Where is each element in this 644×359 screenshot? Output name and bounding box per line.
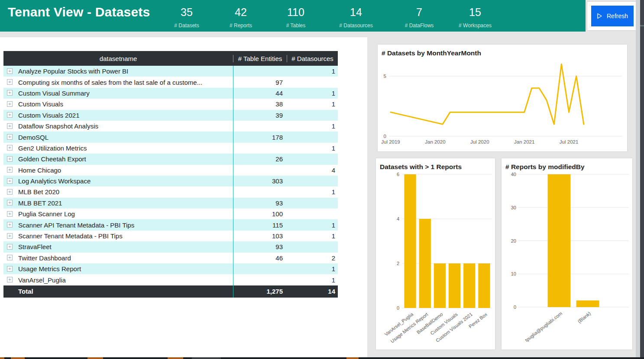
bar-blank[interactable]: [576, 301, 599, 307]
bar-chart-reports-title: # Reports by modifiedBy: [502, 158, 632, 171]
table-row[interactable]: +Puglia Scanner Log100: [3, 208, 338, 219]
dataset-name-cell: +StravaFleet: [3, 243, 233, 250]
expand-icon[interactable]: +: [7, 266, 13, 272]
table-row[interactable]: +MLB Bet 20201: [3, 186, 338, 197]
table-row[interactable]: +MLB BET 202193: [3, 198, 338, 208]
expand-icon[interactable]: +: [7, 156, 13, 162]
expand-icon[interactable]: +: [7, 167, 13, 173]
expand-icon[interactable]: +: [7, 200, 13, 205]
column-header-datasources[interactable]: # Datasources: [287, 55, 338, 62]
dataset-table: datasetname # Table Entities # Datasourc…: [3, 51, 338, 298]
kpi-label: # DataFlows: [389, 22, 450, 29]
dataset-name: Twitter Dashboard: [18, 254, 71, 262]
expand-icon[interactable]: +: [7, 277, 13, 282]
kpi-value: 35: [156, 6, 217, 19]
refresh-button[interactable]: Refresh: [591, 6, 634, 26]
table-row[interactable]: +Log Analytics Workspace303: [3, 176, 338, 186]
x-tick-label: Jan 2021: [514, 139, 534, 144]
kpi-value: 14: [326, 6, 386, 19]
table-row[interactable]: +Dataflow Snapshot Analysis1: [3, 121, 338, 131]
total-table-entities: 1,275: [233, 285, 287, 298]
bar-perez-box[interactable]: [478, 263, 490, 308]
y-tick-label: 0: [397, 305, 399, 311]
table-row[interactable]: +StravaFleet93: [3, 241, 338, 252]
kpi-workspaces: 15# Workspaces: [445, 0, 505, 29]
dataset-name: Dataflow Snapshot Analysis: [18, 122, 98, 130]
table-entities-cell: 38: [233, 99, 287, 109]
table-row[interactable]: +Custom Visual Summary441: [3, 88, 338, 99]
y-tick-label: 10: [511, 271, 516, 276]
table-entities-cell: 103: [233, 231, 287, 241]
expand-icon[interactable]: +: [7, 68, 13, 74]
bar-baseballdemo[interactable]: [434, 263, 446, 308]
table-entities-cell: 93: [233, 198, 287, 208]
table-row[interactable]: +DemoSQL178: [3, 131, 338, 142]
expand-icon[interactable]: +: [7, 145, 13, 151]
table-row[interactable]: +Scanner Tenant Metadata - PBI Tips1031: [3, 231, 338, 241]
kpi-label: # Datasets: [156, 22, 217, 29]
table-row[interactable]: +Custom Visuals 202139: [3, 110, 338, 121]
table-entities-cell: 100: [233, 208, 287, 219]
table-row[interactable]: +Usage Metrics Report1: [3, 263, 338, 274]
bar-custom-visuals[interactable]: [449, 263, 460, 308]
taskbar-segment: [346, 357, 359, 359]
dataset-name: Gen2 Utilization Metrics: [18, 144, 87, 152]
expand-icon[interactable]: +: [7, 244, 13, 250]
column-header-datasetname[interactable]: datasetname: [3, 55, 233, 62]
datasources-cell: 1: [287, 188, 338, 196]
table-entities-cell: 46: [233, 253, 287, 263]
bar-tpuglia-pugliabi-com[interactable]: [548, 174, 571, 307]
expand-icon[interactable]: +: [7, 90, 13, 96]
bar-usage-metrics-report[interactable]: [419, 219, 431, 308]
table-row[interactable]: +Analyze Popular Stocks with Power BI1: [3, 66, 338, 77]
scrollbar-track[interactable]: [636, 0, 640, 359]
dataset-name-cell: +Scanner Tenant Metadata - PBI Tips: [3, 232, 233, 240]
table-entities-cell: 44: [233, 88, 287, 99]
dataset-name: Custom Visuals: [18, 100, 63, 108]
expand-icon[interactable]: +: [7, 189, 13, 195]
dataset-name-cell: +DemoSQL: [3, 134, 233, 141]
dataset-name-cell: +Analyze Popular Stocks with Power BI: [3, 67, 233, 75]
expand-icon[interactable]: +: [7, 233, 13, 239]
dataset-name: Puglia Scanner Log: [18, 210, 75, 218]
expand-icon[interactable]: +: [7, 255, 13, 260]
table-panel: datasetname # Table Entities # Datasourc…: [0, 37, 367, 358]
table-row[interactable]: +Scanner API Tenant Metadata - PBI Tips1…: [3, 219, 338, 230]
dataset-name-cell: +Log Analytics Workspace: [3, 177, 233, 185]
bar-chart-datasets-card: Datasets with > 1 Reports 0246VanArsel_P…: [376, 158, 495, 349]
table-row[interactable]: +VanArsel_Puglia1: [3, 274, 338, 285]
dataset-name-cell: +MLB Bet 2020: [3, 188, 233, 196]
bar-custom-visuals-2021[interactable]: [463, 263, 475, 308]
table-entities-cell: 26: [233, 154, 287, 164]
dataset-name-cell: +Golden Cheetah Export: [3, 155, 233, 163]
expand-icon[interactable]: +: [7, 112, 13, 118]
dataset-name-cell: +Computing six months of sales from the …: [3, 79, 233, 86]
taskbar-edge: [0, 357, 644, 359]
bar-vanarsel-puglia[interactable]: [404, 174, 416, 308]
expand-icon[interactable]: +: [7, 123, 13, 129]
expand-icon[interactable]: +: [7, 79, 13, 85]
kpi-label: # Datasources: [326, 22, 386, 29]
expand-icon[interactable]: +: [7, 178, 13, 184]
datasources-cell: 1: [287, 265, 338, 272]
x-category-label: (Blank): [576, 311, 592, 324]
table-row[interactable]: +Computing six months of sales from the …: [3, 77, 338, 87]
dataset-name: VanArsel_Puglia: [18, 276, 66, 284]
table-row[interactable]: +Gen2 Utilization Metrics1: [3, 143, 338, 154]
datasources-cell: 1: [287, 221, 338, 229]
table-row[interactable]: +Custom Visuals381: [3, 99, 338, 109]
column-header-table-entities[interactable]: # Table Entities: [233, 55, 287, 62]
expand-icon[interactable]: +: [7, 134, 13, 140]
line-series[interactable]: [391, 64, 584, 124]
table-row[interactable]: +Home Chicago4: [3, 165, 338, 176]
dataset-name: Golden Cheetah Export: [18, 155, 86, 163]
dataset-name: MLB BET 2021: [18, 199, 62, 207]
kpi-datasets: 35# Datasets: [156, 0, 217, 29]
expand-icon[interactable]: +: [7, 101, 13, 107]
expand-icon[interactable]: +: [7, 222, 13, 228]
expand-icon[interactable]: +: [7, 211, 13, 217]
table-header-row: datasetname # Table Entities # Datasourc…: [3, 51, 338, 66]
dataset-name: Computing six months of sales from the l…: [18, 79, 202, 86]
table-row[interactable]: +Golden Cheetah Export26: [3, 154, 338, 164]
table-row[interactable]: +Twitter Dashboard462: [3, 253, 338, 263]
